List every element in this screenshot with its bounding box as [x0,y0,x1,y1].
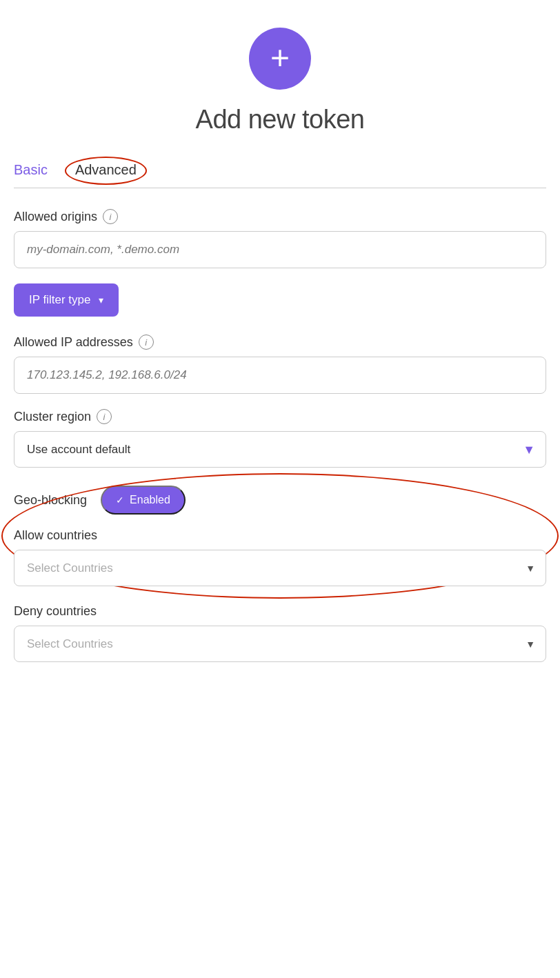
deny-countries-wrapper: Select Countries ▼ [14,626,546,662]
allow-countries-select[interactable]: Select Countries [14,550,546,586]
cluster-region-select[interactable]: Use account default US East US West EU W… [14,431,546,468]
ip-filter-type-button[interactable]: IP filter type ▾ [14,283,119,317]
geo-blocking-label: Geo-blocking [14,493,87,508]
allowed-ip-input[interactable] [14,357,546,394]
check-icon: ✓ [116,495,124,506]
geo-blocking-enabled-badge[interactable]: ✓ Enabled [101,486,186,515]
page-container: + Add new token Basic Advanced Allowed o… [14,28,546,950]
page-title: Add new token [196,105,365,134]
deny-countries-select[interactable]: Select Countries [14,626,546,662]
form-section: Allowed origins i IP filter type ▾ Allow… [14,209,546,680]
allow-countries-wrapper: Select Countries ▼ [14,550,546,586]
add-icon-circle: + [249,28,311,90]
allowed-origins-info-icon[interactable]: i [103,209,118,224]
tab-advanced-wrapper: Advanced [75,162,137,178]
cluster-region-label: Cluster region i [14,409,546,424]
cluster-region-info-icon[interactable]: i [97,409,112,424]
cluster-region-wrapper: Use account default US East US West EU W… [14,431,546,468]
deny-countries-label: Deny countries [14,604,546,619]
plus-icon: + [270,41,290,74]
deny-countries-section: Deny countries Select Countries ▼ [14,604,546,662]
tabs-container: Basic Advanced [14,155,546,188]
allowed-origins-label: Allowed origins i [14,209,546,224]
allowed-origins-input[interactable] [14,231,546,268]
allow-countries-label: Allow countries [14,528,546,543]
tab-advanced[interactable]: Advanced [68,155,157,188]
geo-blocking-section: Geo-blocking ✓ Enabled Allow countries S… [14,486,546,586]
allowed-ip-label: Allowed IP addresses i [14,335,546,350]
tab-basic[interactable]: Basic [14,155,68,188]
allowed-ip-info-icon[interactable]: i [139,335,154,350]
ip-filter-dropdown-arrow-icon: ▾ [99,295,103,306]
geo-blocking-row: Geo-blocking ✓ Enabled [14,486,546,515]
